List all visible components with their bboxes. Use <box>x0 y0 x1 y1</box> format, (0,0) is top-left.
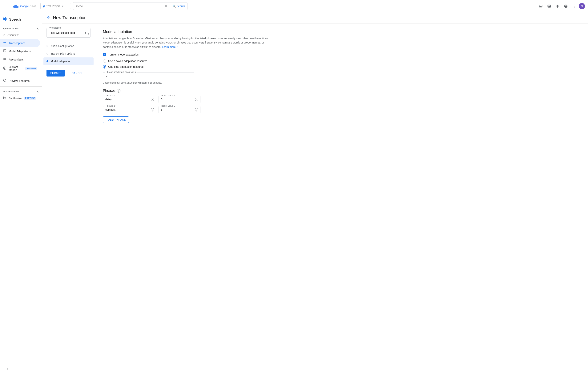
svg-point-3 <box>574 5 575 5</box>
collapse-sidebar-button[interactable] <box>3 365 39 372</box>
help-button[interactable] <box>562 2 570 10</box>
step-dot <box>46 53 48 55</box>
workspace-help-icon[interactable]: ? <box>88 31 89 35</box>
step-dot <box>46 45 48 47</box>
cloud-shell-button[interactable] <box>537 2 544 10</box>
section-collapse-icon[interactable]: ∧ <box>36 27 39 30</box>
boost-1-field: Boost value 1 ? <box>158 96 200 103</box>
phrase-1-help-icon[interactable]: ? <box>151 98 154 101</box>
search-input[interactable] <box>76 5 164 8</box>
sidebar-item-recognizers[interactable]: Recognizers <box>0 55 40 64</box>
phrase-2-input[interactable] <box>105 108 149 111</box>
adaptation-panel: Model adaptation Adaptation changes how … <box>95 24 588 377</box>
cancel-button[interactable]: CANCEL <box>68 70 87 77</box>
sidebar-item-label: Recognizers <box>9 58 24 61</box>
chevron-down-icon: ▾ <box>62 5 64 8</box>
app-layout: Speech Speech-to-Text ∧ ⌂ Overview Trans… <box>0 12 588 377</box>
svg-rect-6 <box>3 18 4 20</box>
boost-2-field: Boost value 2 ? <box>158 106 200 113</box>
sidebar-item-synthesize[interactable]: Synthesize PREVIEW <box>0 94 40 102</box>
svg-rect-7 <box>4 18 5 20</box>
phrase-2-label: Phrase 2 * <box>105 105 117 107</box>
svg-rect-8 <box>5 17 6 21</box>
radio-saved-label: Use a saved adaptation resource <box>108 59 147 63</box>
sidebar-footer <box>0 363 42 374</box>
boost-1-label: Boost value 1 <box>161 94 176 97</box>
svg-rect-12 <box>3 96 4 99</box>
speech-app-icon <box>3 17 7 22</box>
boost-2-input[interactable] <box>161 108 193 111</box>
external-link-icon: ↗ <box>177 46 178 48</box>
radio-onetime-row[interactable]: One-time adaptation resource <box>103 65 580 69</box>
boost-1-input[interactable] <box>161 98 193 101</box>
google-cloud-icon <box>13 3 19 9</box>
svg-rect-2 <box>5 7 9 7</box>
stepper-panel: Workspace sst_workspace_ppd ▾ ? Audio Co… <box>42 24 95 377</box>
step-label: Transcription options <box>51 52 75 55</box>
section-title: Model adaptation <box>103 30 580 34</box>
sidebar: Speech Speech-to-Text ∧ ⌂ Overview Trans… <box>0 12 42 377</box>
notifications-button[interactable] <box>554 2 561 10</box>
radio-saved[interactable] <box>103 59 106 63</box>
clear-search-icon[interactable]: ✕ <box>165 4 168 8</box>
step-adaptation[interactable]: Model adaptation <box>44 58 94 65</box>
boost-input[interactable] <box>106 75 191 78</box>
recognizers-icon <box>3 57 6 62</box>
menu-button[interactable] <box>3 2 11 10</box>
workspace-chevron-icon: ▾ <box>85 31 86 34</box>
sidebar-item-preview-features[interactable]: Preview Features <box>0 77 40 85</box>
radio-inner-dot <box>104 66 106 68</box>
sidebar-item-transcriptions[interactable]: Transcriptions <box>0 39 40 47</box>
add-phrase-button[interactable]: + ADD PHRASE <box>103 116 129 123</box>
radio-saved-row[interactable]: Use a saved adaptation resource <box>103 59 580 63</box>
synthesize-preview-badge: PREVIEW <box>24 97 36 100</box>
header-actions: G <box>537 2 585 10</box>
sidebar-item-overview[interactable]: ⌂ Overview <box>0 31 40 39</box>
radio-onetime[interactable] <box>103 65 106 69</box>
project-name: Test Project <box>46 5 60 8</box>
submit-button[interactable]: SUBMIT <box>46 70 65 77</box>
phrase-1-label: Phrase 1 * <box>105 94 117 97</box>
divider <box>170 4 170 8</box>
avatar[interactable]: G <box>579 3 585 9</box>
project-selector[interactable]: ◉ Test Project ▾ <box>40 3 71 9</box>
phrase-1-input[interactable] <box>105 98 149 101</box>
content-area: Workspace sst_workspace_ppd ▾ ? Audio Co… <box>42 24 588 377</box>
main-content: New Transcription Workspace sst_workspac… <box>42 12 588 377</box>
svg-rect-9 <box>6 18 7 20</box>
custom-models-icon <box>3 66 6 71</box>
turn-on-checkbox[interactable] <box>103 53 106 56</box>
action-buttons: SUBMIT CANCEL <box>46 70 90 77</box>
search-bar: ✕ 🔍 Search <box>73 2 188 10</box>
sidebar-app-header: Speech <box>0 15 42 25</box>
home-icon: ⌂ <box>3 33 5 37</box>
radio-onetime-label: One-time adaptation resource <box>108 65 144 68</box>
phrase-2-field: Phrase 2 * ? <box>103 106 156 113</box>
workspace-select[interactable]: sst_workspace_ppd <box>49 30 83 36</box>
svg-rect-14 <box>5 96 5 99</box>
phrases-header: Phrases ? <box>103 89 580 93</box>
workspace-select-wrapper: Workspace sst_workspace_ppd ▾ ? <box>46 28 90 38</box>
terminal-button[interactable] <box>545 2 553 10</box>
more-options-button[interactable] <box>570 2 578 10</box>
step-options[interactable]: Transcription options <box>46 50 90 58</box>
phrase-2-help-icon[interactable]: ? <box>151 108 154 111</box>
learn-more-link[interactable]: Learn more ↗ <box>162 45 178 48</box>
sidebar-item-custom-models[interactable]: Custom Models PREVIEW <box>0 64 40 73</box>
phrase-row-1: Phrase 1 * ? Boost value 1 ? <box>103 96 580 103</box>
turn-on-checkbox-row: Turn on model adaptation <box>103 53 580 56</box>
project-icon: ◉ <box>43 4 45 8</box>
sidebar-item-model-adaptations[interactable]: Model Adaptations <box>0 47 40 55</box>
svg-point-4 <box>574 6 575 6</box>
boost-field-group: Phrase set default boost value Choose a … <box>103 72 580 84</box>
back-button[interactable] <box>46 16 51 20</box>
tts-collapse-icon[interactable]: ∧ <box>36 90 39 93</box>
sidebar-item-label: Preview Features <box>9 79 30 82</box>
boost-1-help-icon[interactable]: ? <box>195 98 198 101</box>
phrases-help-icon[interactable]: ? <box>117 89 121 93</box>
step-audio[interactable]: Audio Configuration <box>46 42 90 50</box>
boost-2-help-icon[interactable]: ? <box>195 108 198 111</box>
top-header: Google Cloud ◉ Test Project ▾ ✕ 🔍 Search <box>0 0 588 12</box>
search-button[interactable]: 🔍 Search <box>172 5 185 8</box>
phrases-title: Phrases <box>103 89 115 93</box>
